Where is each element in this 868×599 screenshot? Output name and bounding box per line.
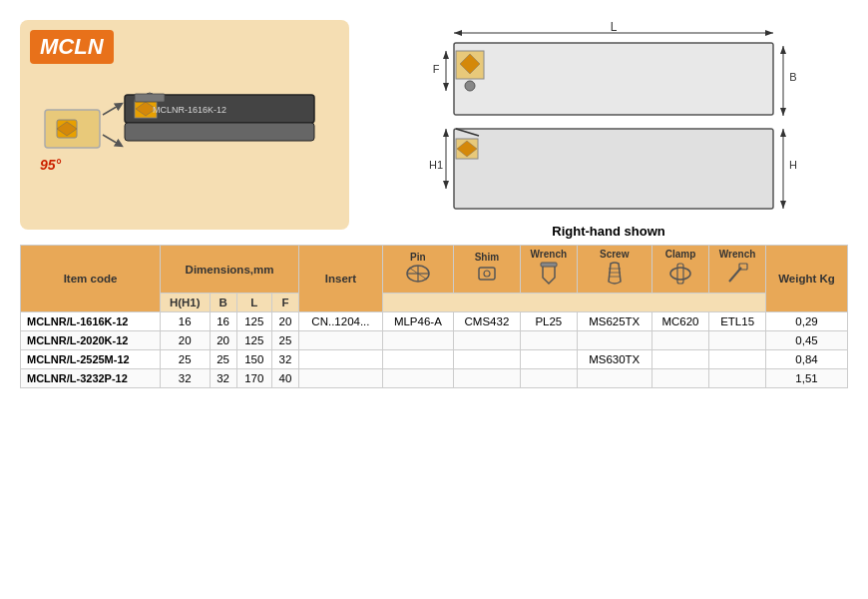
col-insert: Insert bbox=[299, 246, 383, 312]
shim-val bbox=[453, 369, 520, 388]
col-item-code: Item code bbox=[21, 246, 161, 312]
right-panel: L F B 95° bbox=[369, 11, 848, 239]
dim-h: 25 bbox=[161, 350, 211, 369]
dim-f: 32 bbox=[271, 350, 298, 369]
svg-marker-25 bbox=[780, 46, 786, 54]
page: MCLN bbox=[0, 0, 868, 599]
weight-val: 0,84 bbox=[765, 350, 847, 369]
dim-h: 20 bbox=[161, 331, 211, 350]
dim-f: 25 bbox=[271, 331, 298, 350]
subheader-b: B bbox=[210, 294, 236, 312]
col-dimensions: Dimensions,mm bbox=[161, 246, 299, 294]
insert-val bbox=[299, 369, 383, 388]
wrench1-val bbox=[520, 350, 577, 369]
svg-rect-14 bbox=[135, 94, 165, 102]
screw-val: MS625TX bbox=[577, 312, 651, 331]
pin-icon bbox=[404, 263, 432, 285]
technical-diagram-svg: L F B 95° bbox=[414, 21, 803, 216]
svg-point-49 bbox=[484, 271, 490, 277]
svg-text:B: B bbox=[789, 71, 796, 83]
screw-val bbox=[577, 369, 651, 388]
dim-l: 125 bbox=[236, 312, 271, 331]
dim-b: 20 bbox=[210, 331, 236, 350]
svg-marker-34 bbox=[443, 129, 449, 137]
svg-rect-54 bbox=[670, 268, 690, 280]
dim-h: 32 bbox=[161, 369, 211, 388]
item-code: MCLNR/L-3232P-12 bbox=[21, 369, 161, 388]
table-row: MCLNR/L-1616K-12161612520CN..1204...MLP4… bbox=[21, 312, 848, 331]
insert-val bbox=[299, 331, 383, 350]
svg-rect-55 bbox=[677, 264, 683, 284]
clamp-icon bbox=[664, 260, 696, 288]
dim-l: 125 bbox=[236, 331, 271, 350]
screw-val: MS630TX bbox=[577, 350, 651, 369]
pin-val bbox=[382, 350, 453, 369]
top-section: MCLN bbox=[20, 15, 848, 235]
shim-val: CMS432 bbox=[453, 312, 520, 331]
svg-line-6 bbox=[103, 135, 120, 145]
svg-marker-22 bbox=[443, 83, 449, 91]
table-section: Item code Dimensions,mm Insert Pin bbox=[20, 245, 848, 584]
svg-marker-38 bbox=[780, 129, 786, 137]
screw-icon bbox=[601, 260, 629, 288]
wrench2-val bbox=[709, 369, 766, 388]
weight-val: 0,45 bbox=[765, 331, 847, 350]
svg-marker-21 bbox=[443, 51, 449, 59]
clamp-val bbox=[651, 350, 708, 369]
clamp-val bbox=[651, 369, 708, 388]
pin-val bbox=[382, 369, 453, 388]
dim-l: 150 bbox=[236, 350, 271, 369]
wrench1-label: Wrench bbox=[525, 249, 573, 260]
col-screw-header: Screw bbox=[577, 246, 651, 294]
svg-marker-17 bbox=[765, 30, 773, 36]
svg-line-5 bbox=[103, 105, 120, 115]
svg-marker-16 bbox=[454, 30, 462, 36]
dim-b: 25 bbox=[210, 350, 236, 369]
svg-text:95°: 95° bbox=[40, 157, 62, 173]
shim-val bbox=[453, 331, 520, 350]
col-shim-header: Shim bbox=[453, 246, 520, 294]
subheader-f: F bbox=[271, 294, 298, 312]
dim-b: 32 bbox=[210, 369, 236, 388]
subheader-h: H(H1) bbox=[161, 294, 211, 312]
wrench1-val: PL25 bbox=[520, 312, 577, 331]
wrench2-val: ETL15 bbox=[709, 312, 766, 331]
svg-rect-27 bbox=[454, 43, 773, 115]
svg-marker-39 bbox=[780, 201, 786, 209]
tool-illustration-svg: 95° MCLNR-1616K-12 bbox=[35, 50, 334, 220]
wrench2-val bbox=[709, 331, 766, 350]
wrench2-icon bbox=[723, 260, 751, 288]
insert-val: CN..1204... bbox=[299, 312, 383, 331]
dim-b: 16 bbox=[210, 312, 236, 331]
svg-rect-40 bbox=[454, 129, 773, 209]
shim-label: Shim bbox=[458, 252, 516, 263]
item-code: MCLNR/L-1616K-12 bbox=[21, 312, 161, 331]
svg-rect-9 bbox=[125, 123, 314, 141]
shim-val bbox=[453, 350, 520, 369]
col-pin-header: Pin bbox=[382, 246, 453, 294]
mcln-badge: MCLN bbox=[30, 30, 114, 64]
clamp-val: MC620 bbox=[651, 312, 708, 331]
svg-rect-50 bbox=[541, 263, 557, 267]
dim-f: 20 bbox=[271, 312, 298, 331]
svg-rect-48 bbox=[479, 268, 495, 280]
col-clamp-header: Clamp bbox=[651, 246, 708, 294]
svg-marker-26 bbox=[780, 108, 786, 116]
screw-val bbox=[577, 331, 651, 350]
weight-val: 1,51 bbox=[765, 369, 847, 388]
svg-text:H: H bbox=[789, 159, 797, 171]
subheader-spacer bbox=[382, 294, 765, 312]
left-panel: MCLN bbox=[20, 20, 349, 230]
clamp-val bbox=[651, 331, 708, 350]
svg-point-30 bbox=[465, 81, 475, 91]
item-code: MCLNR/L-2525M-12 bbox=[21, 350, 161, 369]
wrench1-val bbox=[520, 331, 577, 350]
wrench2-val bbox=[709, 350, 766, 369]
clamp-label: Clamp bbox=[656, 249, 704, 260]
table-row: MCLNR/L-3232P-123232170401,51 bbox=[21, 369, 848, 388]
weight-val: 0,29 bbox=[765, 312, 847, 331]
item-code: MCLNR/L-2020K-12 bbox=[21, 331, 161, 350]
diagram-label: Right-hand shown bbox=[552, 224, 664, 239]
pin-val: MLP46-A bbox=[382, 312, 453, 331]
col-weight: Weight Kg bbox=[765, 246, 847, 312]
